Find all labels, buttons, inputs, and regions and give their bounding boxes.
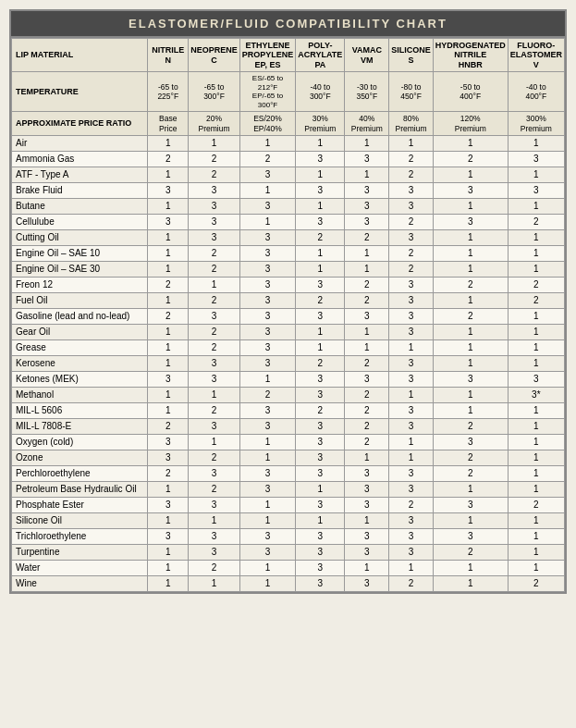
cell-vamac: 3 [345, 528, 389, 544]
cell-fluoro: 2 [508, 575, 564, 591]
cell-material: Methanol [12, 387, 148, 402]
table-row: Water12131111 [12, 560, 565, 575]
cell-nitrile: 1 [148, 245, 189, 261]
cell-nitrile: 2 [148, 151, 189, 167]
cell-nitrile: 1 [148, 387, 189, 402]
price-hydronitrile: 120% Premium [433, 112, 508, 135]
cell-epdm: 3 [239, 418, 296, 434]
cell-material: Grease [12, 339, 148, 355]
cell-epdm: 3 [239, 324, 296, 339]
cell-fluoro: 1 [508, 465, 564, 481]
table-row: Engine Oil – SAE 1012311211 [12, 245, 565, 261]
cell-epdm: 2 [239, 151, 296, 167]
cell-vamac: 3 [345, 198, 389, 214]
cell-vamac: 2 [345, 402, 389, 418]
cell-hydronitrile: 1 [433, 167, 508, 182]
cell-silicone: 2 [389, 214, 434, 229]
cell-neoprene: 1 [189, 575, 240, 591]
cell-polyacrylate: 1 [296, 245, 345, 261]
cell-nitrile: 2 [148, 308, 189, 324]
cell-fluoro: 2 [508, 214, 564, 229]
cell-hydronitrile: 2 [433, 450, 508, 465]
cell-silicone: 3 [389, 182, 434, 198]
cell-material: Phosphate Ester [12, 497, 148, 512]
cell-vamac: 3 [345, 182, 389, 198]
price-epdm: ES/20% EP/40% [239, 112, 296, 135]
cell-hydronitrile: 3 [433, 528, 508, 544]
cell-epdm: 1 [239, 497, 296, 512]
cell-epdm: 3 [239, 355, 296, 371]
cell-epdm: 3 [239, 465, 296, 481]
cell-hydronitrile: 2 [433, 544, 508, 560]
cell-silicone: 1 [389, 135, 434, 151]
cell-fluoro: 2 [508, 292, 564, 308]
table-row: Wine11133212 [12, 575, 565, 591]
cell-neoprene: 1 [189, 277, 240, 292]
cell-neoprene: 3 [189, 198, 240, 214]
cell-polyacrylate: 3 [296, 182, 345, 198]
cell-epdm: 1 [239, 575, 296, 591]
cell-silicone: 3 [389, 528, 434, 544]
cell-neoprene: 2 [189, 245, 240, 261]
temp-nitrile: -65 to 225°F [148, 72, 189, 112]
col-header-nitrile: NITRILE N [148, 39, 189, 72]
cell-hydronitrile: 3 [433, 182, 508, 198]
table-row: Silicone Oil11111311 [12, 512, 565, 528]
cell-polyacrylate: 3 [296, 418, 345, 434]
cell-material: Air [12, 135, 148, 151]
cell-neoprene: 2 [189, 560, 240, 575]
cell-nitrile: 1 [148, 402, 189, 418]
col-temp-label: TEMPERATURE [12, 72, 148, 112]
cell-polyacrylate: 3 [296, 450, 345, 465]
cell-hydronitrile: 1 [433, 481, 508, 497]
cell-hydronitrile: 1 [433, 560, 508, 575]
cell-material: Cutting Oil [12, 229, 148, 245]
price-vamac: 40% Premium [345, 112, 389, 135]
cell-material: Ozone [12, 450, 148, 465]
cell-nitrile: 1 [148, 167, 189, 182]
cell-material: Oxygen (cold) [12, 434, 148, 450]
temp-epdm: ES/-65 to 212°F EP/-65 to 300°F [239, 72, 296, 112]
cell-fluoro: 1 [508, 544, 564, 560]
chart-container: ELASTOMER/FLUID COMPATIBILITY CHART LIP … [9, 9, 567, 594]
cell-silicone: 3 [389, 402, 434, 418]
cell-epdm: 3 [239, 245, 296, 261]
cell-silicone: 1 [389, 434, 434, 450]
cell-hydronitrile: 2 [433, 418, 508, 434]
cell-neoprene: 3 [189, 497, 240, 512]
cell-material: Engine Oil – SAE 30 [12, 261, 148, 277]
cell-silicone: 3 [389, 198, 434, 214]
cell-material: Cellulube [12, 214, 148, 229]
cell-fluoro: 1 [508, 450, 564, 465]
cell-silicone: 3 [389, 324, 434, 339]
cell-vamac: 2 [345, 277, 389, 292]
table-row: MIL-L 7808-E23332321 [12, 418, 565, 434]
cell-hydronitrile: 1 [433, 512, 508, 528]
cell-nitrile: 3 [148, 528, 189, 544]
table-row: Petroleum Base Hydraulic Oil12313311 [12, 481, 565, 497]
cell-fluoro: 1 [508, 245, 564, 261]
cell-hydronitrile: 1 [433, 292, 508, 308]
col-header-silicone: SILICONE S [389, 39, 434, 72]
cell-nitrile: 1 [148, 261, 189, 277]
col-header-hydronitrile: HYDROGENATED NITRILE HNBR [433, 39, 508, 72]
cell-neoprene: 3 [189, 355, 240, 371]
cell-material: Freon 12 [12, 277, 148, 292]
table-body: Air11111111Ammonia Gas22233223ATF - Type… [12, 135, 565, 591]
temp-silicone: -80 to 450°F [389, 72, 434, 112]
cell-polyacrylate: 1 [296, 135, 345, 151]
cell-polyacrylate: 2 [296, 229, 345, 245]
cell-fluoro: 1 [508, 198, 564, 214]
table-row: Oxygen (cold)31132131 [12, 434, 565, 450]
cell-vamac: 3 [345, 214, 389, 229]
cell-fluoro: 1 [508, 560, 564, 575]
table-row: Perchloroethylene23333321 [12, 465, 565, 481]
table-row: Ozone32131121 [12, 450, 565, 465]
col-price-label: APPROXIMATE PRICE RATIO [12, 112, 148, 135]
cell-neoprene: 3 [189, 214, 240, 229]
cell-hydronitrile: 1 [433, 402, 508, 418]
cell-epdm: 1 [239, 182, 296, 198]
cell-silicone: 3 [389, 481, 434, 497]
cell-hydronitrile: 2 [433, 277, 508, 292]
cell-silicone: 1 [389, 387, 434, 402]
